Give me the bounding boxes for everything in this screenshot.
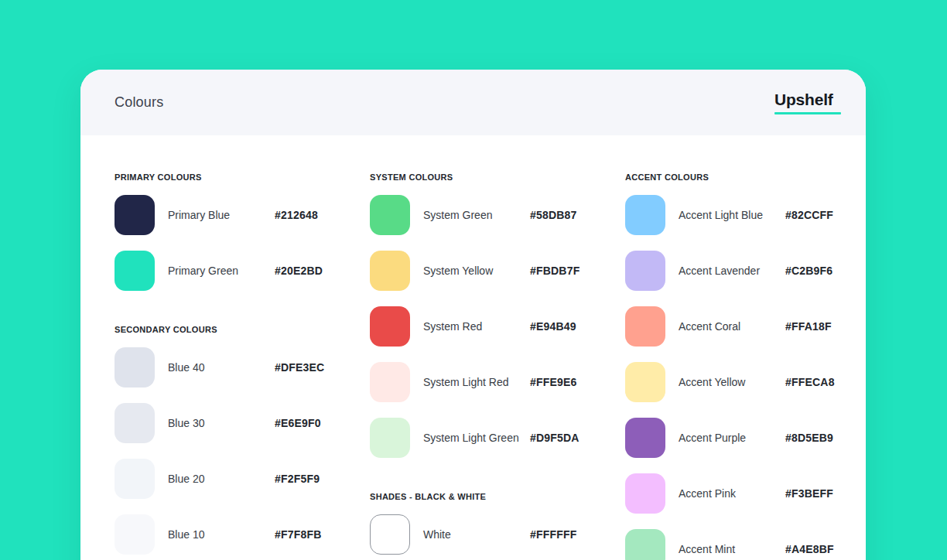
swatch-row: Accent Pink#F3BEFF [625, 473, 866, 514]
swatch-row: Primary Green#20E2BD [115, 251, 370, 291]
swatch-row: Blue 10#F7F8FB [115, 514, 370, 555]
section-heading: SECONDARY COLOURS [115, 325, 370, 335]
swatch-row: Primary Blue#212648 [115, 195, 370, 235]
color-swatch [115, 514, 155, 555]
color-swatch [625, 195, 665, 235]
swatch-hex: #82CCFF [785, 209, 833, 221]
color-swatch [370, 418, 410, 458]
swatch-row: Blue 30#E6E9F0 [115, 403, 370, 443]
swatch-hex: #8D5EB9 [785, 432, 833, 444]
swatch-row: System Light Red#FFE9E6 [370, 362, 625, 402]
color-swatch [625, 418, 665, 458]
swatch-name: System Red [423, 320, 530, 333]
swatch-row: Blue 40#DFE3EC [115, 347, 370, 388]
section-heading: PRIMARY COLOURS [115, 172, 370, 183]
swatch-row: Accent Light Blue#82CCFF [625, 195, 866, 235]
color-swatch [115, 251, 155, 291]
color-swatch [115, 195, 155, 235]
swatch-row: System Red#E94B49 [370, 306, 625, 347]
swatch-name: Accent Yellow [679, 376, 785, 388]
color-swatch [625, 473, 665, 514]
swatch-hex: #F2F5F9 [275, 473, 320, 485]
swatch-hex: #58DB87 [530, 209, 577, 221]
brand-logo-text: Upshelf [774, 91, 833, 108]
swatch-row: Accent Purple#8D5EB9 [625, 418, 866, 458]
swatch-hex: #FFE9E6 [530, 376, 577, 388]
palette-section: SHADES - BLACK & WHITEWhite#FFFFFF [370, 492, 625, 555]
swatch-name: Primary Green [168, 265, 275, 277]
swatch-name: Accent Mint [679, 543, 785, 555]
brand-logo: Upshelf [774, 91, 841, 114]
swatch-name: System Light Red [423, 376, 530, 388]
swatch-hex: #FFECA8 [785, 376, 835, 388]
swatch-name: System Green [423, 209, 530, 221]
swatch-name: White [423, 528, 530, 541]
color-swatch [625, 362, 665, 402]
card-header: Colours Upshelf [80, 70, 866, 135]
swatch-hex: #A4E8BF [785, 543, 834, 555]
palette-column: PRIMARY COLOURSPrimary Blue#212648Primar… [115, 172, 370, 560]
swatch-hex: #20E2BD [275, 265, 323, 277]
section-heading: ACCENT COLOURS [625, 172, 866, 183]
swatch-row: Blue 20#F2F5F9 [115, 459, 370, 499]
swatch-hex: #212648 [275, 209, 318, 221]
section-heading: SHADES - BLACK & WHITE [370, 492, 625, 502]
color-swatch [625, 529, 665, 560]
swatch-row: System Yellow#FBDB7F [370, 251, 625, 291]
swatch-row: Accent Coral#FFA18F [625, 306, 866, 347]
palette-section: SECONDARY COLOURSBlue 40#DFE3ECBlue 30#E… [115, 325, 370, 555]
swatch-name: Blue 20 [168, 473, 275, 485]
page-title: Colours [115, 94, 163, 111]
palette-section: PRIMARY COLOURSPrimary Blue#212648Primar… [115, 172, 370, 291]
swatch-name: Blue 40 [168, 361, 275, 374]
color-swatch [625, 251, 665, 291]
color-swatch [115, 459, 155, 499]
palette-column: ACCENT COLOURSAccent Light Blue#82CCFFAc… [625, 172, 866, 560]
swatch-name: System Light Green [423, 432, 530, 444]
swatch-name: Accent Lavender [679, 265, 785, 277]
swatch-row: Accent Yellow#FFECA8 [625, 362, 866, 402]
color-swatch [115, 347, 155, 388]
swatch-hex: #C2B9F6 [785, 265, 832, 277]
swatch-hex: #D9F5DA [530, 432, 579, 444]
swatch-name: Accent Purple [679, 432, 785, 444]
swatch-hex: #E94B49 [530, 320, 576, 333]
swatch-hex: #DFE3EC [275, 361, 324, 374]
swatch-row: System Green#58DB87 [370, 195, 625, 235]
swatch-hex: #FFA18F [785, 320, 832, 333]
swatch-row: Accent Lavender#C2B9F6 [625, 251, 866, 291]
canvas-background: { "background_color": "#20E2BD", "header… [0, 0, 947, 560]
color-swatch [370, 195, 410, 235]
swatch-name: Accent Pink [679, 487, 785, 500]
palette-section: ACCENT COLOURSAccent Light Blue#82CCFFAc… [625, 172, 866, 560]
swatch-hex: #F3BEFF [785, 487, 833, 500]
color-swatch [370, 306, 410, 347]
palette-column: SYSTEM COLOURSSystem Green#58DB87System … [370, 172, 625, 560]
swatch-name: Accent Coral [679, 320, 785, 333]
color-swatch [115, 403, 155, 443]
swatch-name: Primary Blue [168, 209, 275, 221]
color-swatch [370, 514, 410, 555]
brand-logo-underline [774, 112, 841, 114]
swatch-name: Blue 30 [168, 417, 275, 429]
swatch-hex: #FBDB7F [530, 265, 579, 277]
swatch-name: Accent Light Blue [679, 209, 785, 221]
swatch-name: Blue 10 [168, 528, 275, 541]
palette-section: SYSTEM COLOURSSystem Green#58DB87System … [370, 172, 625, 458]
swatch-row: System Light Green#D9F5DA [370, 418, 625, 458]
color-swatch [370, 362, 410, 402]
swatch-hex: #FFFFFF [530, 528, 577, 541]
swatch-row: Accent Mint#A4E8BF [625, 529, 866, 560]
section-heading: SYSTEM COLOURS [370, 172, 625, 183]
swatch-hex: #F7F8FB [275, 528, 322, 541]
swatch-row: White#FFFFFF [370, 514, 625, 555]
palette-columns: PRIMARY COLOURSPrimary Blue#212648Primar… [80, 135, 866, 560]
color-swatch [370, 251, 410, 291]
colours-card: Colours Upshelf PRIMARY COLOURSPrimary B… [80, 70, 866, 560]
color-swatch [625, 306, 665, 347]
swatch-name: System Yellow [423, 265, 530, 277]
swatch-hex: #E6E9F0 [275, 417, 321, 429]
